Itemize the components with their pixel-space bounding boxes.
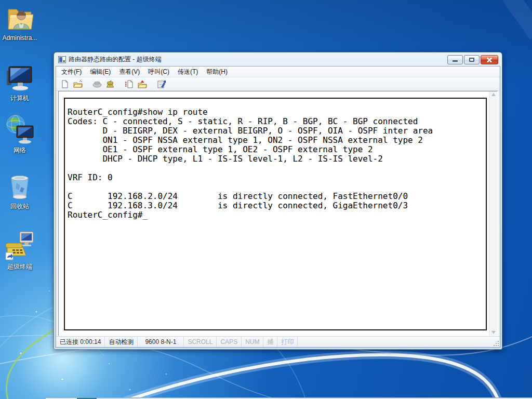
- menu-call[interactable]: 呼叫(C): [144, 66, 174, 77]
- titlebar[interactable]: 路由器静态路由的配置 - 超级终端: [56, 54, 500, 66]
- recycle-bin-icon: [6, 171, 33, 202]
- desktop-icon-label: 网络: [1, 147, 38, 154]
- maximize-icon: [469, 58, 474, 62]
- open-folder-icon: [73, 80, 83, 88]
- receive-file-button[interactable]: [137, 78, 148, 89]
- status-detection: 自动检测: [105, 337, 138, 347]
- statusbar: 已连接 0:00:14 自动检测 9600 8-N-1 SCROLL CAPS …: [56, 336, 500, 347]
- vertical-scrollbar[interactable]: [489, 91, 497, 336]
- call-button[interactable]: [104, 78, 116, 89]
- properties-icon: [157, 80, 166, 88]
- terminal-screen[interactable]: RouterC_config#show ip route Codes: C - …: [64, 98, 487, 330]
- status-connection: 已连接 0:00:14: [56, 337, 105, 347]
- resize-grip[interactable]: [494, 341, 499, 346]
- hyperterminal-window: 路由器静态路由的配置 - 超级终端 文件(F) 编辑(E) 查看(V) 呼叫(C…: [54, 52, 502, 350]
- desktop-icon-label: 回收站: [1, 203, 38, 210]
- menu-edit[interactable]: 编辑(E): [86, 66, 115, 77]
- menubar: 文件(F) 编辑(E) 查看(V) 呼叫(C) 传送(T) 帮助(H): [56, 66, 500, 77]
- disconnect-button[interactable]: [91, 78, 103, 89]
- maximize-button[interactable]: [464, 55, 480, 64]
- send-text-file-button[interactable]: [124, 78, 135, 89]
- new-connection-icon: [61, 80, 69, 88]
- network-icon: [5, 113, 34, 145]
- window-body: 文件(F) 编辑(E) 查看(V) 呼叫(C) 传送(T) 帮助(H): [56, 66, 500, 348]
- send-text-file-icon: [125, 80, 134, 88]
- desktop-icon-label: 计算机: [1, 95, 38, 102]
- new-connection-button[interactable]: [59, 78, 71, 89]
- hyperterminal-shortcut-icon: [4, 230, 35, 262]
- status-caps: CAPS: [217, 337, 242, 347]
- scrollbar-down-icon[interactable]: [491, 331, 496, 334]
- desktop-icon-label: Administra...: [1, 34, 38, 42]
- status-baud: 9600 8-N-1: [138, 337, 184, 347]
- status-print: 打印: [277, 337, 298, 347]
- computer-icon: [6, 63, 34, 94]
- disconnect-phone-icon: [92, 80, 102, 88]
- desktop-icon-computer[interactable]: 计算机: [1, 63, 38, 102]
- desktop-icon-hyperterminal[interactable]: 超级终端: [1, 230, 38, 270]
- status-scroll: SCROLL: [184, 337, 217, 347]
- hyperterminal-window-icon: [58, 56, 66, 63]
- receive-file-icon: [138, 80, 147, 88]
- minimize-icon: [453, 60, 458, 62]
- window-title: 路由器静态路由的配置 - 超级终端: [69, 55, 447, 64]
- terminal-panel: RouterC_config#show ip route Codes: C - …: [58, 91, 498, 336]
- call-phone-icon: [105, 80, 115, 88]
- status-num: NUM: [242, 337, 263, 347]
- minimize-button[interactable]: [447, 55, 463, 64]
- toolbar: [56, 77, 500, 91]
- properties-button[interactable]: [156, 78, 167, 89]
- menu-help[interactable]: 帮助(H): [202, 66, 232, 77]
- close-icon: [486, 57, 493, 63]
- menu-view[interactable]: 查看(V): [115, 66, 144, 77]
- desktop-icon-label: 超级终端: [1, 263, 38, 270]
- desktop-icon-administrator[interactable]: Administra...: [1, 4, 38, 42]
- close-button[interactable]: [481, 55, 498, 64]
- user-folder-icon: [6, 4, 34, 33]
- desktop-icon-recycle-bin[interactable]: 回收站: [1, 171, 38, 210]
- desktop-icon-network[interactable]: 网络: [1, 113, 38, 154]
- terminal-client-area: RouterC_config#show ip route Codes: C - …: [56, 91, 500, 336]
- terminal-screen-wrap: RouterC_config#show ip route Codes: C - …: [59, 91, 489, 336]
- open-button[interactable]: [72, 78, 84, 89]
- terminal-output: RouterC_config#show ip route Codes: C - …: [65, 99, 486, 222]
- scrollbar-up-icon[interactable]: [491, 93, 496, 96]
- menu-file[interactable]: 文件(F): [57, 66, 86, 77]
- status-capture: 捕: [263, 337, 277, 347]
- menu-transfer[interactable]: 传送(T): [174, 66, 202, 77]
